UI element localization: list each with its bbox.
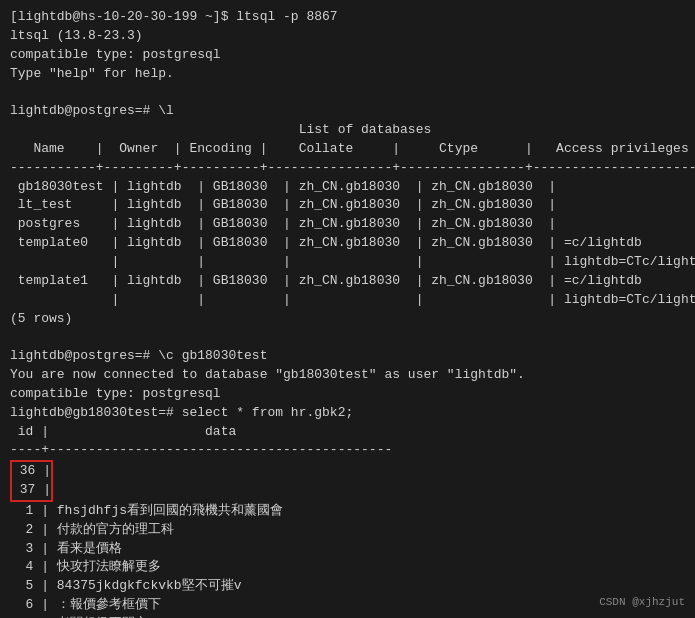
- db-row-0: gb18030test | lightdb | GB18030 | zh_CN.…: [10, 178, 685, 197]
- blank1: [10, 83, 685, 102]
- compat-line1: compatible type: postgresql: [10, 46, 685, 65]
- highlighted-row-36: 36 |: [12, 462, 51, 481]
- data-row-2: 2 | 付款的官方的理工科: [10, 521, 685, 540]
- compat-line2: compatible type: postgresql: [10, 385, 685, 404]
- version-line: ltsql (13.8-23.3): [10, 27, 685, 46]
- db-header: Name | Owner | Encoding | Collate | Ctyp…: [10, 140, 685, 159]
- connect-cmd: lightdb@postgres=# \c gb18030test: [10, 347, 685, 366]
- connect-msg: You are now connected to database "gb180…: [10, 366, 685, 385]
- prompt-list: lightdb@postgres=# \l: [10, 102, 685, 121]
- terminal-window: [lightdb@hs-10-20-30-199 ~]$ ltsql -p 88…: [10, 8, 685, 618]
- db-sep: -----------+---------+----------+-------…: [10, 159, 685, 178]
- prompt-text: lightdb@postgres=# \l: [10, 103, 174, 118]
- data-row-3: 3 | 看来是價格: [10, 540, 685, 559]
- db-list-title: List of databases: [10, 121, 685, 140]
- help-hint: Type "help" for help.: [10, 65, 685, 84]
- data-row-1: 1 | fhsjdhfjs看到回國的飛機共和薰國會: [10, 502, 685, 521]
- highlighted-rows-box: 36 | 37 |: [10, 460, 53, 502]
- db-row-2: postgres | lightdb | GB18030 | zh_CN.gb1…: [10, 215, 685, 234]
- table-sep: ----+-----------------------------------…: [10, 441, 685, 460]
- db-row-1: lt_test | lightdb | GB18030 | zh_CN.gb18…: [10, 196, 685, 215]
- db-row-5: template1 | lightdb | GB18030 | zh_CN.gb…: [10, 272, 685, 291]
- db-row-6: | | | | | lightdb=CTc/lightdb: [10, 291, 685, 310]
- select-cmd: lightdb@gb18030test=# select * from hr.g…: [10, 404, 685, 423]
- watermark: CSDN @xjhzjut: [599, 596, 685, 608]
- rows5: (5 rows): [10, 310, 685, 329]
- blank2: [10, 328, 685, 347]
- data-row-4: 4 | 快攻打法瞭解更多: [10, 558, 685, 577]
- highlighted-row-37: 37 |: [12, 481, 51, 500]
- table-header: id | data: [10, 423, 685, 442]
- data-row-5: 5 | 84375jkdgkfckvkb堅不可摧v: [10, 577, 685, 596]
- db-row-3: template0 | lightdb | GB18030 | zh_CN.gb…: [10, 234, 685, 253]
- cmd-ltsql: [lightdb@hs-10-20-30-199 ~]$ ltsql -p 88…: [10, 8, 685, 27]
- db-row-4: | | | | | lightdb=CTc/lightdb: [10, 253, 685, 272]
- data-row-6: 6 | ：報價參考框價下: [10, 596, 685, 615]
